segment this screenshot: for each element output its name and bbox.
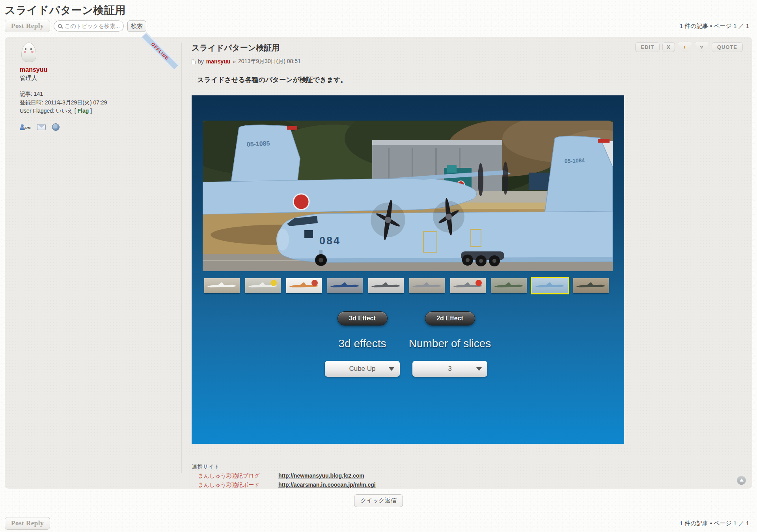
thumbnail-aircraft-shape	[207, 281, 237, 290]
information-button[interactable]: ?	[695, 42, 709, 52]
email-icon[interactable]	[37, 124, 46, 130]
post-text: スライドさせる各種のパターンが検証できます。	[197, 75, 746, 84]
3d-effects-label: 3d effects	[315, 337, 410, 350]
pm-label: PM	[25, 126, 31, 130]
page-title: スライドパターン検証用	[5, 3, 757, 17]
thumbnail-orange-white-test-jet[interactable]	[286, 278, 322, 293]
effects-column-2d: 2d Effect Number of slices 3	[403, 311, 497, 377]
slices-selected-value: 3	[448, 365, 451, 373]
thumbnail-blue-c130-pair[interactable]	[532, 278, 568, 293]
scroll-to-top-icon[interactable]	[737, 476, 746, 485]
top-toolbar: Post Reply 検索 1 件の記事 • ページ 1 ／ 1	[5, 19, 752, 33]
tail-number-front: 05-1084	[564, 157, 585, 164]
ghost-cheek	[31, 51, 34, 53]
thumbnail-accent	[270, 280, 277, 286]
author-profile: mansyuu 管理人 記事: 141 登録日時: 2011年3月29日(火) …	[20, 42, 173, 131]
author-rank: 管理人	[20, 74, 173, 82]
topic-search-box[interactable]	[54, 20, 124, 32]
joined-value: 2011年3月29日(火) 07:29	[45, 99, 107, 106]
thumbnail-gray-jet-taxiing[interactable]	[409, 278, 445, 293]
signature-row: まんしゅう彩遊記ボード http://acarsman.in.coocan.jp…	[192, 480, 746, 489]
report-button[interactable]: !	[678, 42, 692, 52]
edit-button[interactable]: EDIT	[635, 42, 660, 52]
thumbnail-dark-blue-f2[interactable]	[327, 278, 363, 293]
2d-effect-button[interactable]: 2d Effect	[425, 311, 475, 326]
meta-separator: »	[233, 58, 236, 65]
post-panel: mansyuu 管理人 記事: 141 登録日時: 2011年3月29日(火) …	[5, 37, 752, 489]
pagination-bottom: 1 件の記事 • ページ 1 ／ 1	[680, 520, 752, 527]
quick-reply-bar: クイック返信	[0, 489, 757, 512]
thumbnail-aircraft-shape	[412, 281, 442, 290]
thumbnail-white-jet-runway[interactable]	[204, 278, 240, 293]
signature-link-blog[interactable]: http://newmansyuu.blog.fc2.com	[278, 471, 364, 480]
post-page-icon[interactable]	[192, 59, 196, 64]
forum-topic-page: スライドパターン検証用 Post Reply 検索 1 件の記事 • ページ 1…	[0, 3, 757, 532]
post-body: EDIT X ! ? QUOTE スライドパターン検証用 by mansyuu …	[192, 41, 746, 489]
thumbnail-jet-with-yellow-tulip[interactable]	[245, 278, 281, 293]
thumbnail-aircraft-shape	[494, 281, 524, 290]
signature-link-board[interactable]: http://acarsman.in.coocan.jp/m/m.cgi	[278, 480, 376, 489]
author-username-link[interactable]: mansyuu	[20, 66, 47, 73]
hinomaru-roundel	[293, 194, 309, 210]
signature-site-name: まんしゅう彩遊記ブログ	[198, 471, 273, 480]
flag-row: User Flagged: いいえ [ Flag ]	[20, 107, 173, 115]
ghost-eye	[25, 48, 26, 50]
number-of-slices-label: Number of slices	[403, 337, 497, 350]
search-icon	[58, 24, 62, 28]
quick-reply-button[interactable]: クイック返信	[354, 494, 403, 507]
signature: 連携サイト まんしゅう彩遊記ブログ http://newmansyuu.blog…	[192, 462, 746, 489]
post-reply-button-bottom[interactable]: Post Reply	[5, 517, 50, 530]
pagination-top: 1 件の記事 • ページ 1 ／ 1	[680, 22, 752, 30]
meta-by: by	[198, 58, 204, 65]
flag-bracket: [	[75, 108, 76, 114]
thumbnail-aircraft-shape	[330, 281, 360, 290]
avatar[interactable]	[20, 42, 38, 64]
posts-label: 記事:	[20, 91, 32, 97]
thumbnail-accent	[475, 280, 482, 286]
flag-label: User Flagged:	[20, 108, 54, 114]
private-message-icon[interactable]: PM	[20, 124, 31, 130]
3d-effect-select[interactable]: Cube Up	[325, 361, 400, 377]
main-photo-c130-aircraft[interactable]: 05-1085 05-1084	[203, 121, 613, 271]
post-meta: by mansyuu » 2013年9月30日(月) 08:51	[192, 58, 746, 65]
search-input[interactable]	[65, 23, 119, 29]
thumbnail-accent	[311, 280, 318, 286]
flag-value: いいえ	[56, 108, 73, 114]
post-reply-button-top[interactable]: Post Reply	[5, 20, 50, 32]
quote-button[interactable]: QUOTE	[712, 42, 743, 52]
chevron-down-icon	[389, 367, 394, 371]
slideshow-widget: 05-1085 05-1084	[192, 95, 624, 444]
search-button[interactable]: 検索	[127, 20, 146, 32]
thumbnail-gray-f15-flying[interactable]	[368, 278, 404, 293]
joined-label: 登録日時:	[20, 99, 43, 106]
thumbnail-aircraft-shape	[576, 281, 606, 290]
chevron-down-icon	[476, 367, 482, 371]
signature-row: まんしゅう彩遊記ブログ http://newmansyuu.blog.fc2.c…	[192, 471, 746, 480]
signature-site-name: まんしゅう彩遊記ボード	[198, 480, 273, 489]
website-globe-icon[interactable]	[52, 123, 60, 131]
meta-date: 2013年9月30日(月) 08:51	[238, 58, 301, 65]
nose-number: 084	[319, 235, 341, 247]
flag-bracket: ]	[90, 108, 92, 114]
3d-effect-button[interactable]: 3d Effect	[337, 311, 388, 326]
thumbnail-green-c1-transport[interactable]	[491, 278, 527, 293]
bottom-toolbar: Post Reply 1 件の記事 • ページ 1 ／ 1	[5, 516, 752, 530]
signature-divider	[192, 458, 746, 458]
thumbnail-ground-vehicles[interactable]	[573, 278, 609, 293]
signature-heading: 連携サイト	[192, 462, 746, 471]
author-details: 記事: 141 登録日時: 2011年3月29日(火) 07:29 User F…	[20, 90, 173, 115]
thumbnail-f4-red-starburst[interactable]	[450, 278, 486, 293]
effects-column-3d: 3d Effect 3d effects Cube Up	[315, 311, 410, 377]
post-action-buttons: EDIT X ! ? QUOTE	[635, 42, 743, 52]
contact-icons: PM	[20, 123, 173, 131]
flag-link[interactable]: Flag	[77, 108, 89, 114]
ghost-eye	[30, 48, 32, 50]
delete-button[interactable]: X	[662, 42, 675, 52]
person-icon	[20, 124, 25, 130]
3d-effect-selected-value: Cube Up	[349, 365, 375, 373]
thumbnail-aircraft-shape	[535, 281, 565, 290]
slices-select[interactable]: 3	[412, 361, 487, 377]
posts-count-row: 記事: 141	[20, 90, 173, 99]
tail-number-rear: 05-1085	[246, 140, 270, 148]
meta-author-link[interactable]: mansyuu	[206, 58, 230, 65]
